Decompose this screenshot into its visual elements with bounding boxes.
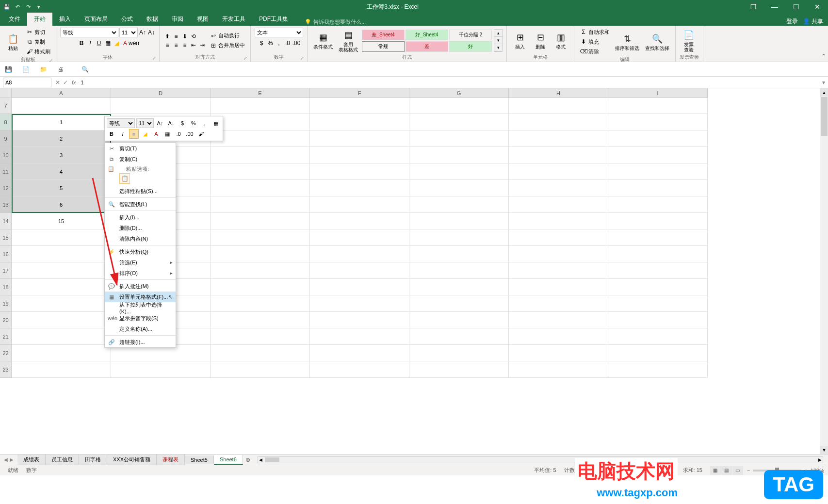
- formula-expand-icon[interactable]: ▾: [819, 79, 828, 86]
- cell[interactable]: [509, 147, 608, 163]
- row-header[interactable]: 17: [0, 262, 12, 279]
- cell[interactable]: [509, 180, 608, 196]
- cell[interactable]: [211, 114, 310, 130]
- insert-cells-button[interactable]: ⊞插入: [511, 31, 529, 50]
- cell[interactable]: [409, 328, 509, 345]
- cell[interactable]: [310, 262, 409, 279]
- style-thousands[interactable]: 千位分隔 2: [449, 30, 492, 40]
- cell[interactable]: [310, 295, 409, 312]
- cell[interactable]: [409, 361, 509, 378]
- indent-increase-icon[interactable]: ⇥: [198, 41, 206, 49]
- column-header[interactable]: I: [608, 88, 708, 98]
- cell[interactable]: [310, 213, 409, 229]
- cell[interactable]: [509, 213, 608, 229]
- ctx-pick-from-list[interactable]: 从下拉列表中选择(K)...: [105, 302, 176, 313]
- cell[interactable]: [509, 361, 608, 378]
- cell[interactable]: [211, 98, 310, 114]
- ctx-clear-contents[interactable]: 清除内容(N): [105, 233, 176, 244]
- cell[interactable]: [608, 147, 708, 163]
- cell[interactable]: [211, 130, 310, 147]
- cell[interactable]: [608, 279, 708, 295]
- cell[interactable]: [509, 295, 608, 312]
- fill-color-button[interactable]: ◢: [113, 39, 120, 47]
- cell[interactable]: [409, 345, 509, 361]
- orientation-icon[interactable]: ⟲: [190, 33, 197, 40]
- indent-decrease-icon[interactable]: ⇤: [190, 41, 197, 49]
- ctx-insert[interactable]: 插入(I)...: [105, 212, 176, 223]
- tab-review[interactable]: 审阅: [165, 13, 190, 26]
- cell[interactable]: 5: [12, 180, 111, 196]
- cell[interactable]: [310, 114, 409, 130]
- cell[interactable]: [409, 312, 509, 328]
- style-normal[interactable]: 常规: [362, 41, 405, 52]
- align-right-icon[interactable]: ≡: [181, 41, 189, 49]
- sheet-tab-3[interactable]: 田字格: [79, 455, 107, 465]
- row-header[interactable]: 12: [0, 180, 12, 196]
- cell[interactable]: [608, 345, 708, 361]
- cell[interactable]: [211, 229, 310, 246]
- sort-filter-button[interactable]: ⇅排序和筛选: [613, 32, 641, 52]
- cell[interactable]: 2: [12, 130, 111, 147]
- align-expand-icon[interactable]: ⤢: [244, 56, 247, 61]
- cell[interactable]: [211, 361, 310, 378]
- column-header[interactable]: E: [211, 88, 310, 98]
- invoice-check-button[interactable]: 📄发票 查验: [680, 28, 698, 53]
- collapse-ribbon-icon[interactable]: ⌃: [821, 53, 826, 60]
- cell-styles-gallery[interactable]: 差_Sheet4 好_Sheet4 千位分隔 2 常规 差 好: [362, 30, 492, 52]
- tab-data[interactable]: 数据: [140, 13, 165, 26]
- font-size-select[interactable]: 11: [119, 28, 138, 37]
- cell[interactable]: 4: [12, 163, 111, 180]
- ctx-sort[interactable]: 排序(O)▸: [105, 268, 176, 278]
- cancel-formula-icon[interactable]: ✕: [55, 79, 60, 86]
- cell[interactable]: [608, 246, 708, 262]
- phonetic-button[interactable]: wén: [130, 39, 138, 47]
- cell[interactable]: [211, 312, 310, 328]
- column-header[interactable]: F: [310, 88, 409, 98]
- cell[interactable]: [409, 147, 509, 163]
- ctx-define-name[interactable]: 定义名称(A)...: [105, 324, 176, 334]
- cell[interactable]: [608, 361, 708, 378]
- cell[interactable]: [12, 361, 111, 378]
- tab-formulas[interactable]: 公式: [114, 13, 140, 26]
- sheet-tab-7[interactable]: Sheet6: [214, 455, 243, 465]
- cell[interactable]: [608, 114, 708, 130]
- row-header[interactable]: 7: [0, 98, 12, 114]
- scroll-up-icon[interactable]: ▲: [820, 88, 828, 97]
- mini-accounting-icon[interactable]: $: [178, 118, 187, 128]
- scroll-thumb[interactable]: [821, 97, 828, 136]
- percent-format-icon[interactable]: %: [266, 39, 274, 47]
- cell[interactable]: [509, 196, 608, 213]
- quickprint-icon[interactable]: 🖨: [56, 65, 65, 74]
- row-header[interactable]: 20: [0, 312, 12, 328]
- cell[interactable]: [509, 345, 608, 361]
- align-top-icon[interactable]: ⬆: [163, 33, 171, 40]
- cell[interactable]: [608, 312, 708, 328]
- cell[interactable]: [211, 262, 310, 279]
- align-bottom-icon[interactable]: ⬇: [181, 33, 189, 40]
- format-painter-button[interactable]: 🖌格式刷: [24, 47, 52, 56]
- mini-format-painter-icon[interactable]: 🖌: [196, 129, 206, 139]
- cell[interactable]: [310, 246, 409, 262]
- spreadsheet-grid[interactable]: ADEFGHI 7891011121314151617181920212223 …: [0, 88, 828, 454]
- cell[interactable]: [12, 345, 111, 361]
- mini-fill-color-icon[interactable]: ◢: [140, 129, 150, 139]
- paste-button[interactable]: 📋粘贴: [4, 32, 22, 52]
- login-link[interactable]: 登录: [786, 17, 798, 26]
- style-good-sheet4[interactable]: 好_Sheet4: [406, 30, 448, 40]
- fx-icon[interactable]: fx: [72, 80, 76, 85]
- table-format-button[interactable]: ▤套用 表格格式: [337, 28, 360, 53]
- row-header[interactable]: 22: [0, 345, 12, 361]
- sheet-tab-1[interactable]: 成绩表: [17, 455, 46, 465]
- ribbon-display-icon[interactable]: ❐: [743, 0, 764, 14]
- sheet-tab-6[interactable]: Sheet5: [185, 455, 214, 464]
- mini-borders-icon[interactable]: ▦: [162, 129, 172, 139]
- underline-button[interactable]: U: [95, 39, 103, 47]
- row-header[interactable]: 10: [0, 147, 12, 163]
- cell[interactable]: [211, 196, 310, 213]
- cell[interactable]: [509, 312, 608, 328]
- ctx-filter[interactable]: 筛选(E)▸: [105, 257, 176, 268]
- fill-button[interactable]: ⬇填充: [578, 37, 611, 46]
- share-button[interactable]: 👤 共享: [803, 17, 823, 26]
- cell[interactable]: 6: [12, 196, 111, 213]
- cell[interactable]: [409, 163, 509, 180]
